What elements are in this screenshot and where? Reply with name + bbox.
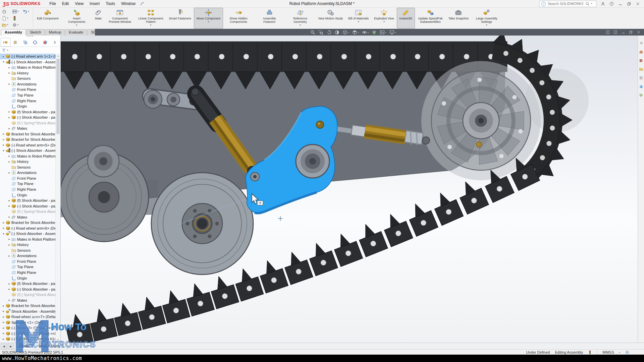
panel-splitter-grip[interactable]: ••••	[0, 36, 60, 38]
tree-item[interactable]: ▸(-) Shock Absorber - part 2-	[0, 115, 56, 120]
expand-arrow[interactable]: ▸	[1, 332, 6, 335]
panel-tab-configuration-manager[interactable]	[20, 38, 30, 47]
tree-item[interactable]: ▸(-) Road wheel arm<5> (Default	[0, 142, 56, 148]
tree-item[interactable]: ▸(-) Shock Absorber - part 2-	[0, 203, 56, 209]
expand-arrow[interactable]: ▸	[7, 282, 11, 285]
expand-arrow[interactable]: ▸	[7, 299, 11, 302]
display-style-button[interactable]: ▾	[352, 30, 359, 35]
expand-arrow[interactable]: ▸	[1, 221, 6, 224]
panel-tab-expand-tabs[interactable]	[50, 38, 60, 47]
tree-item[interactable]: ▸(f) Shock Absorber - part 1-	[0, 109, 56, 115]
task-pane-design-library-button[interactable]	[639, 58, 643, 63]
dropdown-icon[interactable]: ▾	[486, 24, 487, 26]
tree-item[interactable]: ▸Annotations	[0, 253, 56, 259]
menu-edit[interactable]: Edit	[59, 0, 72, 7]
help-icon[interactable]	[609, 2, 614, 6]
dropdown-icon[interactable]: ▾	[7, 23, 8, 26]
move-component-button[interactable]: Move Component▾	[194, 8, 223, 28]
tree-item[interactable]: Front Plane	[0, 176, 56, 181]
help-search-box[interactable]: ? ▾	[539, 1, 596, 7]
tree-item[interactable]: ▸(-) Track v3<3 (Default) <<De	[0, 331, 56, 337]
pin-menu-icon[interactable]	[140, 1, 145, 6]
expand-arrow[interactable]: ▸	[1, 326, 6, 329]
tree-scrollbar[interactable]: ▲ ▼	[55, 54, 60, 342]
tree-item[interactable]: ▸Shock Absorber - Assembly<8>	[0, 308, 56, 314]
assembly-features-button[interactable]: Assembly Features	[254, 8, 285, 28]
dropdown-icon[interactable]: ▾	[150, 24, 152, 26]
edit-component-button[interactable]: Edit Component	[34, 8, 61, 28]
restore-button[interactable]	[629, 30, 633, 34]
menu-tools[interactable]: Tools	[103, 0, 118, 7]
tree-item[interactable]: ▸(-) Ball Bearing 3x5mm h1<	[0, 336, 56, 342]
tree-item[interactable]: ▸(-) Road wheel arm<6> (Default	[0, 225, 56, 231]
task-pane-collapse-button[interactable]	[639, 41, 643, 45]
dropdown-icon[interactable]: ▾	[395, 31, 396, 34]
tree-item[interactable]: ▸(-) Track v3< (Default) <<De	[0, 325, 56, 331]
tree-item[interactable]: ▸(-) Road wheel arm 1<1> (Defa	[0, 54, 56, 59]
tree-item[interactable]: ▸(-) Shock Absorber - part 2-	[0, 286, 56, 292]
expand-arrow[interactable]: ▸	[7, 71, 11, 74]
tree-item[interactable]: (f) [ Spring^Shock Absorbe	[0, 292, 56, 298]
scroll-down-icon[interactable]: ▼	[56, 338, 60, 342]
graphics-viewport[interactable]	[61, 36, 638, 343]
linear-component-pattern-button[interactable]: Linear Component Pattern▾	[136, 8, 166, 28]
filter-dropdown-icon[interactable]: ▾	[7, 49, 8, 52]
expand-arrow[interactable]: ▸	[1, 55, 6, 58]
tree-item[interactable]: ▾(-) Shock Absorber - Assembly<	[0, 59, 56, 65]
close-button[interactable]	[636, 2, 640, 6]
tree-item[interactable]: Right Plane	[0, 187, 56, 192]
task-pane-file-explorer-button[interactable]	[639, 67, 643, 71]
home-button[interactable]	[2, 8, 12, 15]
tree-item[interactable]: Origin	[0, 104, 56, 109]
minimize-button[interactable]	[618, 2, 623, 6]
tree-item[interactable]: ▸Mates in Robot Platform As	[0, 237, 56, 242]
view-settings-button[interactable]: ▾	[389, 30, 396, 35]
dropdown-icon[interactable]: ▾	[17, 10, 19, 13]
tree-item[interactable]: ▸Mates in Robot Platform As	[0, 154, 56, 159]
tree-item[interactable]: ▸History	[0, 159, 56, 165]
tree-item[interactable]: ▸Annotations	[0, 81, 56, 87]
tree-item[interactable]: ▸Mates	[0, 126, 56, 131]
tree-item[interactable]: ▸Sprocket <1> (Defa	[0, 320, 56, 325]
expand-arrow[interactable]: ▸	[7, 254, 11, 257]
tree-item[interactable]: Top Plane	[0, 93, 56, 98]
tree-item[interactable]: ▾(-) Shock Absorber - Assembly<	[0, 231, 56, 237]
tab-markup[interactable]: Markup	[45, 29, 65, 36]
rebuild-button[interactable]	[12, 15, 22, 21]
task-pane-custom-properties-button[interactable]	[639, 93, 643, 98]
tab-evaluate[interactable]: Evaluate	[65, 29, 87, 36]
doc-tab-model[interactable]: Model	[15, 343, 35, 349]
mate-button[interactable]: Mate	[92, 8, 105, 28]
tree-item[interactable]: ▸History	[0, 70, 56, 76]
tab-sketch[interactable]: Sketch	[26, 29, 45, 36]
tree-item[interactable]: ▸Road wheel arm<7> (Default) <	[0, 314, 56, 320]
previous-window-button[interactable]	[606, 30, 610, 34]
expand-arrow[interactable]: ▸	[7, 238, 11, 241]
large-assembly-settings-button[interactable]: Large Assembly Settings▾	[471, 8, 502, 28]
expand-arrow[interactable]: ▸	[1, 227, 6, 230]
scrollbar-thumb[interactable]	[56, 59, 60, 134]
update-speedpak-subassemblies-button[interactable]: Update SpeedPak Subassemblies	[415, 8, 446, 28]
expand-arrow[interactable]: ▸	[7, 216, 11, 219]
expand-arrow[interactable]: ▸	[7, 116, 11, 119]
bill-of-materials-button[interactable]: Bill of Materials▾	[345, 8, 371, 28]
expand-arrow[interactable]: ▸	[7, 288, 11, 291]
expand-arrow[interactable]: ▸	[7, 243, 11, 246]
tree-item[interactable]: ▸Bracket for Shock Absorber<5>	[0, 137, 56, 142]
filter-icon[interactable]	[2, 48, 6, 53]
task-pane-view-palette-button[interactable]	[639, 76, 643, 80]
tab-assembly[interactable]: Assembly	[1, 29, 26, 36]
status-units[interactable]: MMGS	[602, 350, 614, 354]
next-window-button[interactable]	[613, 30, 618, 34]
tree-item[interactable]: ▸Bracket for Shock Absorber<6>	[0, 220, 56, 226]
panel-tab-display-manager[interactable]	[40, 38, 50, 47]
tree-item[interactable]: Sensors	[0, 165, 56, 170]
tree-item[interactable]: Origin	[0, 192, 56, 198]
menu-file[interactable]: File	[46, 0, 59, 7]
tree-item[interactable]: Right Plane	[0, 98, 56, 104]
tree-item[interactable]: Sensors	[0, 76, 56, 81]
expand-arrow[interactable]: ▸	[1, 143, 6, 146]
zoom-area-button[interactable]	[318, 30, 323, 35]
dropdown-icon[interactable]: ▾	[7, 17, 8, 19]
expand-arrow[interactable]: ▸	[1, 315, 6, 318]
